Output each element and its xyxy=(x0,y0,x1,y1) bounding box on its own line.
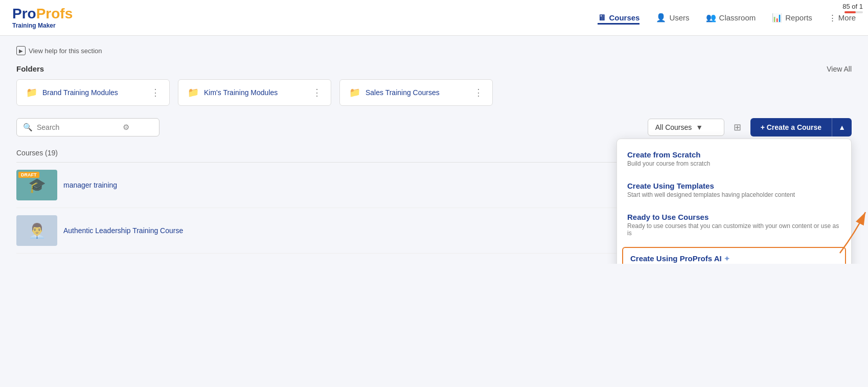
nav-users[interactable]: 👤 Users xyxy=(656,11,689,25)
pro-text: Pro xyxy=(12,6,36,21)
play-icon: ▶ xyxy=(16,46,26,55)
ready-to-use-courses[interactable]: Ready to Use Courses Ready to use course… xyxy=(617,206,851,244)
logo-text: ProProfs xyxy=(12,6,73,22)
draft-badge: DRAFT xyxy=(18,172,39,178)
help-link[interactable]: ▶ View help for this section xyxy=(16,46,852,55)
folder-name: Brand Training Modules xyxy=(42,88,146,97)
folders-header: Folders View All xyxy=(16,64,852,73)
folder-more-icon[interactable]: ⋮ xyxy=(151,87,160,98)
nav-reports[interactable]: 📊 Reports xyxy=(772,11,812,25)
usage-bar xyxy=(844,11,863,13)
ai-star-icon: ✦ xyxy=(724,255,730,263)
course-thumbnail: 👨‍💼 xyxy=(16,215,57,246)
reports-icon: 📊 xyxy=(772,13,782,22)
users-icon: 👤 xyxy=(656,13,666,22)
folder-icon: 📁 xyxy=(188,87,199,98)
folder-more-icon[interactable]: ⋮ xyxy=(474,87,483,98)
folder-item[interactable]: 📁 Kim's Training Modules ⋮ xyxy=(178,79,331,106)
main-nav: 🖥 Courses 👤 Users 👥 Classroom 📊 Reports … xyxy=(598,11,856,25)
grid-view-icon[interactable]: ⊞ xyxy=(730,119,744,136)
logo-subtitle: Training Maker xyxy=(12,22,73,29)
search-icon: 🔍 xyxy=(23,123,33,132)
logo: ProProfs Training Maker xyxy=(12,6,73,30)
create-using-templates[interactable]: Create Using Templates Start with well d… xyxy=(617,174,851,206)
course-thumbnail: 🎓 DRAFT xyxy=(16,170,57,200)
create-dropdown: Create from Scratch Build your course fr… xyxy=(616,139,852,264)
nav-courses[interactable]: 🖥 Courses xyxy=(598,11,639,25)
view-all-link[interactable]: View All xyxy=(827,65,852,73)
folder-name: Sales Training Courses xyxy=(366,88,469,97)
folder-icon: 📁 xyxy=(349,87,360,98)
usage-bar-fill xyxy=(844,11,856,13)
courses-icon: 🖥 xyxy=(598,13,606,22)
chevron-down-icon: ▼ xyxy=(696,123,703,131)
search-box[interactable]: 🔍 ⚙ xyxy=(16,118,159,136)
thumb-illustration: 🎓 xyxy=(28,177,46,194)
nav-classroom[interactable]: 👥 Classroom xyxy=(706,11,756,25)
thumb-illustration: 👨‍💼 xyxy=(28,222,46,239)
create-course-button[interactable]: + Create a Course xyxy=(750,118,832,136)
search-input[interactable] xyxy=(37,123,119,131)
create-button-group: + Create a Course ▲ Create from Scratch … xyxy=(750,118,852,136)
create-course-chevron[interactable]: ▲ xyxy=(832,118,852,136)
thumb-image: 👨‍💼 xyxy=(16,215,57,246)
folder-item[interactable]: 📁 Brand Training Modules ⋮ xyxy=(16,79,170,106)
folders-list: 📁 Brand Training Modules ⋮ 📁 Kim's Train… xyxy=(16,79,852,106)
create-using-ai[interactable]: Create Using ProProfs AI ✦ Start with AI… xyxy=(622,247,846,264)
usage-counter: 85 of 1 xyxy=(842,3,863,13)
folders-title: Folders xyxy=(16,64,44,73)
main-content: ▶ View help for this section Folders Vie… xyxy=(0,36,868,264)
folder-name: Kim's Training Modules xyxy=(204,88,307,97)
more-dots-icon: ⋮ xyxy=(829,13,836,22)
header: ProProfs Training Maker 🖥 Courses 👤 User… xyxy=(0,0,868,36)
folder-more-icon[interactable]: ⋮ xyxy=(312,87,322,98)
actions-row: 🔍 ⚙ All Courses ▼ ⊞ + Create a Course ▲ … xyxy=(16,118,852,136)
nav-more[interactable]: ⋮ More xyxy=(829,13,856,22)
ai-option-title: Create Using ProProfs AI ✦ xyxy=(630,254,838,263)
course-filter-dropdown[interactable]: All Courses ▼ xyxy=(648,119,724,136)
filter-icon[interactable]: ⚙ xyxy=(123,123,129,132)
create-from-scratch[interactable]: Create from Scratch Build your course fr… xyxy=(617,143,851,174)
folder-icon: 📁 xyxy=(26,87,37,98)
profs-text: Profs xyxy=(36,6,73,21)
classroom-icon: 👥 xyxy=(706,13,716,22)
folder-item[interactable]: 📁 Sales Training Courses ⋮ xyxy=(339,79,493,106)
